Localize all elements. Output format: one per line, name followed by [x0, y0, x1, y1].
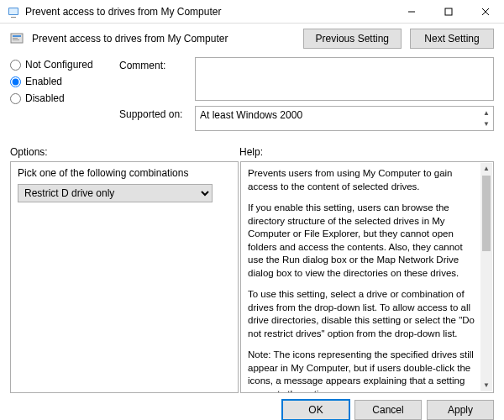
- scroll-down-icon[interactable]: ▼: [480, 380, 492, 391]
- supported-row: Supported on: At least Windows 2000 ▲ ▼: [119, 106, 494, 131]
- options-heading: Options:: [10, 146, 239, 158]
- split-panes: Pick one of the following combinations R…: [0, 161, 504, 393]
- help-paragraph: If you enable this setting, users can br…: [248, 202, 480, 280]
- scroll-up-icon[interactable]: ▲: [480, 163, 492, 175]
- next-setting-button[interactable]: Next Setting: [410, 29, 494, 49]
- help-paragraph: Note: The icons representing the specifi…: [248, 349, 480, 393]
- window-controls: [393, 0, 504, 24]
- header-title: Prevent access to drives from My Compute…: [32, 33, 295, 45]
- help-scrollbar[interactable]: ▲ ▼: [480, 163, 492, 391]
- radio-not-configured-label: Not Configured: [25, 59, 93, 71]
- svg-rect-2: [11, 17, 16, 18]
- radio-not-configured-input[interactable]: [10, 60, 21, 71]
- scroll-thumb[interactable]: [482, 176, 491, 251]
- radio-not-configured[interactable]: Not Configured: [10, 59, 119, 71]
- supported-spin: ▲ ▼: [480, 108, 492, 129]
- ok-button[interactable]: OK: [282, 400, 349, 420]
- window-title: Prevent access to drives from My Compute…: [25, 6, 393, 18]
- radio-enabled[interactable]: Enabled: [10, 76, 119, 87]
- scroll-track[interactable]: [480, 252, 492, 380]
- policy-icon: [10, 32, 24, 45]
- cancel-button[interactable]: Cancel: [354, 400, 422, 420]
- maximize-button[interactable]: [430, 0, 467, 24]
- help-paragraph: Prevents users from using My Computer to…: [248, 167, 480, 193]
- supported-label: Supported on:: [119, 106, 195, 131]
- svg-rect-8: [13, 35, 21, 37]
- combo-label: Pick one of the following combinations: [18, 167, 231, 179]
- header-row: Prevent access to drives from My Compute…: [0, 24, 504, 57]
- help-heading: Help:: [239, 146, 494, 158]
- comment-row: Comment:: [119, 57, 494, 101]
- supported-field: At least Windows 2000 ▲ ▼: [195, 106, 494, 131]
- supported-value: At least Windows 2000: [200, 109, 302, 121]
- comment-field[interactable]: [195, 57, 494, 101]
- previous-setting-button[interactable]: Previous Setting: [303, 29, 402, 49]
- svg-rect-9: [13, 38, 18, 39]
- radio-disabled[interactable]: Disabled: [10, 92, 119, 104]
- options-pane: Pick one of the following combinations R…: [10, 161, 239, 393]
- svg-rect-10: [13, 39, 19, 40]
- radio-enabled-label: Enabled: [25, 76, 62, 87]
- minimize-button[interactable]: [393, 0, 430, 24]
- split-labels: Options: Help:: [0, 136, 504, 161]
- config-row: Not Configured Enabled Disabled Comment:…: [0, 57, 504, 136]
- svg-rect-4: [445, 8, 452, 15]
- radio-disabled-input[interactable]: [10, 93, 21, 104]
- apply-button[interactable]: Apply: [427, 400, 494, 420]
- field-column: Comment: Supported on: At least Windows …: [119, 57, 494, 136]
- drive-restrict-select[interactable]: Restrict D drive only: [18, 184, 213, 202]
- svg-rect-1: [9, 8, 18, 14]
- radio-disabled-label: Disabled: [25, 92, 65, 104]
- help-pane: Prevents users from using My Computer to…: [240, 161, 494, 393]
- state-radio-group: Not Configured Enabled Disabled: [10, 57, 119, 136]
- dialog-buttons: OK Cancel Apply: [0, 393, 504, 420]
- app-icon: [7, 5, 20, 18]
- help-paragraph: To use this setting, select a drive or c…: [248, 288, 480, 340]
- radio-enabled-input[interactable]: [10, 76, 21, 87]
- chevron-up-icon[interactable]: ▲: [480, 108, 492, 118]
- titlebar: Prevent access to drives from My Compute…: [0, 0, 504, 24]
- close-button[interactable]: [467, 0, 504, 24]
- comment-label: Comment:: [119, 57, 195, 101]
- chevron-down-icon[interactable]: ▼: [480, 118, 492, 129]
